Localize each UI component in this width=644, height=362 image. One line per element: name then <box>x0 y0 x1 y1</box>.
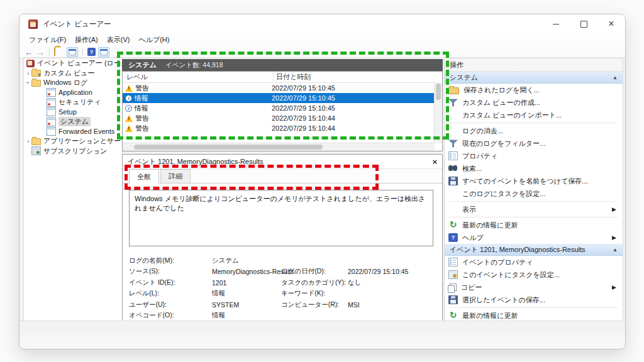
action-filter-current-log[interactable]: 現在のログをフィルター... <box>445 137 623 150</box>
action-clear-log[interactable]: ログの消去... <box>445 124 623 137</box>
content-area: イベント ビューアー (ローカル) カスタム ビュー Windows ログ Ap… <box>19 58 625 335</box>
tree-item-subscriptions[interactable]: サブスクリプション <box>24 146 122 156</box>
event-row[interactable]: i情報 2022/07/29 15:10:45 <box>123 103 442 113</box>
event-message-box[interactable]: Windows メモリ診断によりコンピューターのメモリがテストされましたが、エラ… <box>129 190 433 246</box>
action-refresh-event[interactable]: 最新の情報に更新 <box>445 309 623 322</box>
action-view[interactable]: 表示 <box>445 203 623 216</box>
event-row[interactable]: 警告 2022/07/29 15:10:45 <box>123 83 442 93</box>
tree-item-security[interactable]: セキュリティ <box>24 97 122 107</box>
event-level: 情報 <box>135 94 148 103</box>
field-label: オペコード(O): <box>129 311 212 320</box>
back-arrow-icon[interactable]: ← <box>25 48 33 57</box>
scrollbar-thumb[interactable] <box>134 145 323 150</box>
scrollbar-thumb[interactable] <box>436 84 441 100</box>
collapse-arrow-icon[interactable] <box>613 75 618 80</box>
event-row[interactable]: 警告 2022/07/29 15:10:44 <box>123 113 442 123</box>
field-label: タスクのカテゴリ(Y): <box>281 278 348 287</box>
chevron-right-icon[interactable] <box>25 70 31 77</box>
tree-item-setup[interactable]: Setup <box>24 107 122 118</box>
event-message: Windows メモリ診断によりコンピューターのメモリがテストされましたが、エラ… <box>135 195 425 212</box>
tree-item-forwarded-events[interactable]: Forwarded Events <box>24 127 122 137</box>
column-header-datetime[interactable]: 日付と時刻 <box>274 72 442 82</box>
field-value: 1201 <box>212 279 281 287</box>
action-attach-task-to-log[interactable]: このログにタスクを設定... <box>445 187 623 200</box>
event-viewer-window: イベント ビューアー ファイル(F) 操作(A) 表示(V) ヘルプ(H) ← … <box>19 14 626 349</box>
event-level: 警告 <box>135 84 149 93</box>
close-button[interactable] <box>597 14 625 33</box>
close-icon[interactable]: × <box>432 157 437 167</box>
action-create-custom-view[interactable]: カスタム ビューの作成... <box>445 96 623 109</box>
log-icon <box>47 118 56 126</box>
field-value: MemoryDiagnostics-Results <box>212 268 281 275</box>
action-label: 最新の情報に更新 <box>462 221 518 230</box>
action-properties[interactable]: プロパティ <box>445 150 623 162</box>
action-help[interactable]: ヘルプ <box>445 231 623 244</box>
action-label: このイベントにタスクを設定... <box>462 270 560 280</box>
field-value: 情報 <box>212 289 281 298</box>
vertical-scrollbar[interactable] <box>434 82 442 143</box>
event-viewer-app-icon <box>28 19 38 29</box>
tree-item-root[interactable]: イベント ビューアー (ローカル) <box>24 58 122 69</box>
open-folder-icon <box>448 87 459 94</box>
minimize-button[interactable] <box>542 14 570 33</box>
tree-item-application[interactable]: Application <box>24 88 122 98</box>
maximize-button[interactable] <box>570 14 597 33</box>
action-save-all-events[interactable]: すべてのイベントを名前をつけて保存... <box>445 175 623 187</box>
action-label: 現在のログをフィルター... <box>462 139 545 148</box>
tab-general[interactable]: 全般 <box>129 169 159 184</box>
window-title: イベント ビューアー <box>43 19 111 29</box>
toolbar-separator <box>82 48 83 56</box>
event-row[interactable]: 警告 2022/07/29 15:10:44 <box>123 123 442 133</box>
section-header-label: イベント 1201, MemoryDiagnostics-Results <box>450 245 586 255</box>
help-icon[interactable]: ? <box>87 48 96 56</box>
console-window-icon[interactable] <box>67 47 78 57</box>
tree-item-label: Setup <box>58 108 77 116</box>
tab-details[interactable]: 詳細 <box>160 169 191 183</box>
menu-file[interactable]: ファイル(F) <box>25 34 70 46</box>
separator <box>450 217 618 217</box>
action-label: ヘルプ <box>462 233 484 243</box>
tree-item-windows-logs[interactable]: Windows ログ <box>24 78 122 88</box>
actions-section-header-system[interactable]: システム <box>445 72 623 84</box>
tree-item-apps-services-logs[interactable]: アプリケーションとサービス ログ <box>24 136 122 146</box>
field-label: イベント ID(E): <box>129 278 212 287</box>
console-window-icon[interactable] <box>98 47 109 57</box>
action-open-saved-log[interactable]: 保存されたログを開く... <box>445 84 623 96</box>
action-save-selected-events[interactable]: 選択したイベントの保存... <box>445 293 623 306</box>
menu-help[interactable]: ヘルプ(H) <box>134 34 174 46</box>
menu-action[interactable]: 操作(A) <box>70 34 103 46</box>
chevron-right-icon[interactable] <box>25 138 31 145</box>
action-label: イベントのプロパティ <box>462 258 533 267</box>
copy-icon <box>450 283 457 291</box>
event-detail-title: イベント 1201, MemoryDiagnostics-Results <box>128 157 264 167</box>
collapse-arrow-icon[interactable] <box>613 247 618 253</box>
icon-spacer <box>448 189 458 198</box>
field-value: 2022/07/29 15:10:45 <box>348 268 435 275</box>
action-copy[interactable]: コピー <box>445 281 623 293</box>
field-value: システム <box>212 256 281 265</box>
tree-item-custom-views[interactable]: カスタム ビュー <box>24 69 122 79</box>
action-label: ログの消去... <box>462 126 503 136</box>
toolbar: ← → ? <box>19 47 625 58</box>
column-header-level[interactable]: レベル <box>123 72 274 82</box>
actions-section-header-event[interactable]: イベント 1201, MemoryDiagnostics-Results <box>445 244 623 256</box>
menu-view[interactable]: 表示(V) <box>103 34 135 46</box>
forward-arrow-icon[interactable]: → <box>36 48 45 57</box>
action-attach-task-to-event[interactable]: このイベントにタスクを設定... <box>445 268 623 281</box>
event-level: 警告 <box>135 114 149 123</box>
warning-icon <box>125 85 133 92</box>
tree-item-system[interactable]: システム <box>24 117 122 127</box>
horizontal-scrollbar[interactable] <box>123 143 435 151</box>
event-row-selected[interactable]: i情報 2022/07/29 15:10:45 <box>123 93 442 103</box>
chevron-down-icon[interactable] <box>25 79 31 86</box>
action-refresh[interactable]: 最新の情報に更新 <box>445 219 623 231</box>
action-import-custom-view[interactable]: カスタム ビューのインポート... <box>445 109 623 121</box>
action-label: コピー <box>461 283 482 292</box>
open-folder-icon[interactable] <box>54 47 55 56</box>
actions-title: 操作 <box>445 58 623 72</box>
action-label: 表示 <box>462 205 476 214</box>
submenu-arrow-icon <box>612 234 616 241</box>
field-value: MSI <box>348 301 435 309</box>
action-find[interactable]: 検索... <box>445 162 623 175</box>
action-event-properties[interactable]: イベントのプロパティ <box>445 256 623 268</box>
